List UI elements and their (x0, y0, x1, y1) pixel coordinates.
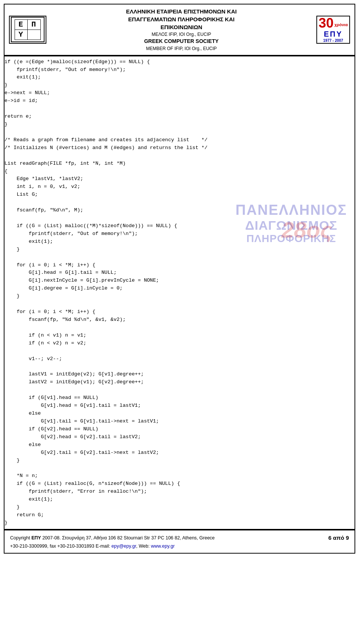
footer-phone: +30-210-3300999, fax +30-210-3301893 E-m… (10, 544, 111, 549)
header-center: ΕΛΛΗΝΙΚΗ ΕΤΑΙΡΕΙΑ ΕΠΙΣΤΗΜΟΝΩΝ ΚΑΙ ΕΠΑΓΓΕ… (46, 7, 316, 52)
org-sub-line4: ΜΕΛΟΣ IFIP, IOI Org., EUCIP (52, 31, 311, 38)
logo-years: 1977 - 2007 (323, 38, 343, 43)
logo-epe: ΕΠΥ (324, 30, 343, 38)
footer-contact: +30-210-3300999, fax +30-210-3301893 E-m… (10, 542, 349, 550)
footer-page: 6 από 9 (328, 533, 349, 542)
footer-line1: Copyright ΕΠΥ 2007-08. Στουρνάρη 37, Αθή… (10, 533, 349, 542)
logo-30: 30 (319, 16, 334, 30)
page-header: Ε Π Υ ΕΛΛΗΝΙΚΗ ΕΤΑΙΡΕΙΑ ΕΠΙΣΤΗΜΟΝΩΝ ΚΑΙ … (4, 4, 355, 56)
org-title-line3: ΕΠΙΚΟΙΝΩΝΙΩΝ (52, 23, 311, 31)
org-title-line5: GREEK COMPUTER SOCIETY (52, 38, 311, 45)
footer-org-bold: ΕΠΥ (31, 535, 41, 541)
org-sub-line6: MEMBER OF IFIP, IOI Org., EUCIP (52, 45, 311, 52)
footer-copyright: Copyright ΕΠΥ 2007-08. Στουρνάρη 37, Αθή… (10, 534, 328, 542)
page-number: 6 από 9 (328, 535, 349, 541)
footer-website[interactable]: www.epy.gr (151, 544, 175, 549)
footer-email[interactable]: epy@epy.gr (111, 544, 136, 549)
footer-line2: +30-210-3300999, fax +30-210-3301893 E-m… (10, 542, 349, 550)
logo-right: 30 χρόνια ΕΠΥ 1977 - 2007 (316, 16, 350, 44)
org-title-line1: ΕΛΛΗΝΙΚΗ ΕΤΑΙΡΕΙΑ ΕΠΙΣΤΗΜΟΝΩΝ ΚΑΙ (52, 7, 311, 15)
page-footer: Copyright ΕΠΥ 2007-08. Στουρνάρη 37, Αθή… (4, 530, 355, 554)
footer-web-pre: , Web: (136, 544, 151, 549)
logo-xronia: χρόνια (334, 23, 348, 27)
code-block: if ((e =(Edge *)malloc(sizeof(Edge))) ==… (4, 56, 355, 529)
logo-left: Ε Π Υ (9, 16, 46, 44)
footer-copyright-text: Copyright (10, 535, 31, 541)
org-title-line2: ΕΠΑΓΓΕΛΜΑΤΙΩΝ ΠΛΗΡΟΦΟΡΙΚΗΣ ΚΑΙ (52, 15, 311, 23)
footer-year: 2007-08. Στουρνάρη 37, Αθήνα 106 82 Stou… (41, 535, 215, 541)
code-container: if ((e =(Edge *)malloc(sizeof(Edge))) ==… (4, 56, 355, 530)
code-area: if ((e =(Edge *)malloc(sizeof(Edge))) ==… (4, 56, 355, 529)
